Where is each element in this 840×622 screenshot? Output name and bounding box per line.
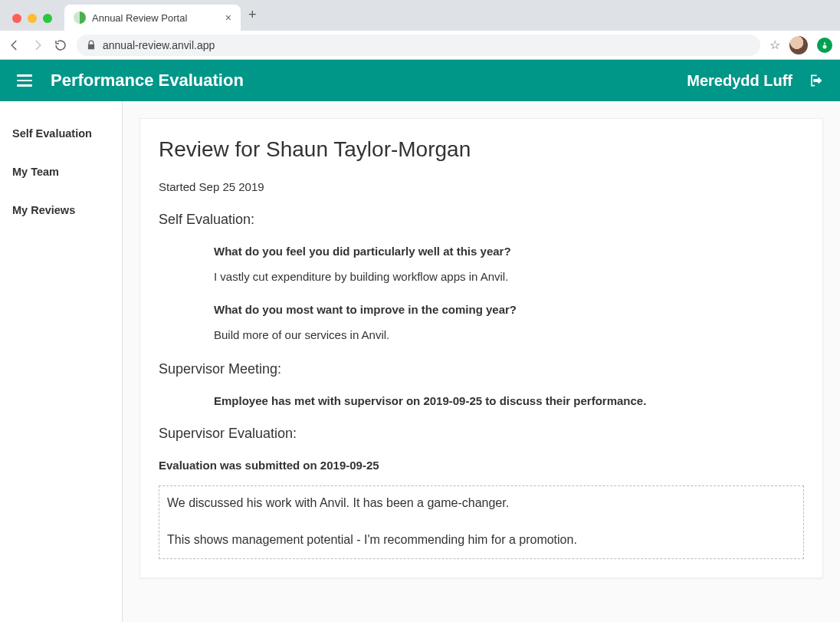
window-controls — [8, 14, 57, 31]
answer-1: I vastly cut expenditure by building wor… — [214, 270, 804, 283]
app-title: Performance Evaluation — [51, 71, 687, 91]
question-2: What do you most want to improve in the … — [214, 303, 804, 316]
review-started: Started Sep 25 2019 — [159, 180, 804, 193]
question-1: What do you feel you did particularly we… — [214, 245, 804, 258]
review-card: Review for Shaun Taylor-Morgan Started S… — [139, 118, 823, 578]
answer-2: Build more of our services in Anvil. — [214, 328, 804, 341]
new-tab-button[interactable]: + — [248, 7, 257, 31]
supervisor-meeting-heading: Supervisor Meeting: — [159, 361, 804, 377]
tab-favicon — [74, 12, 86, 24]
qa-block: What do you most want to improve in the … — [159, 303, 804, 341]
evaluation-paragraph-2: This shows management potential - I'm re… — [167, 531, 796, 549]
evaluation-paragraph-1: We discussed his work with Anvil. It has… — [167, 494, 796, 512]
app-body: Self Evaluation My Team My Reviews Revie… — [0, 101, 840, 622]
sidebar: Self Evaluation My Team My Reviews — [0, 101, 123, 622]
browser-tab[interactable]: Annual Review Portal × — [64, 5, 241, 31]
sidebar-item-my-team[interactable]: My Team — [0, 158, 122, 196]
reload-button[interactable] — [54, 38, 67, 52]
evaluation-submitted-line: Evaluation was submitted on 2019-09-25 — [159, 459, 804, 472]
extension-badge[interactable] — [817, 38, 832, 53]
window-maximize-dot[interactable] — [43, 14, 52, 23]
tab-strip: Annual Review Portal × + — [0, 0, 840, 31]
supervisor-evaluation-textarea[interactable]: We discussed his work with Anvil. It has… — [159, 485, 804, 559]
tab-close-icon[interactable]: × — [225, 12, 231, 24]
window-minimize-dot[interactable] — [28, 14, 37, 23]
supervisor-evaluation-heading: Supervisor Evaluation: — [159, 426, 804, 442]
sidebar-item-my-reviews[interactable]: My Reviews — [0, 196, 122, 235]
window-close-dot[interactable] — [12, 14, 21, 23]
review-title: Review for Shaun Taylor-Morgan — [159, 137, 804, 162]
forward-button[interactable] — [31, 38, 44, 52]
url-text: annual-review.anvil.app — [103, 39, 215, 51]
self-evaluation-heading: Self Evaluation: — [159, 212, 804, 228]
lock-icon — [86, 40, 97, 51]
hamburger-menu-icon[interactable] — [17, 74, 32, 87]
toolbar: annual-review.anvil.app ☆ — [0, 31, 840, 60]
content-area: Review for Shaun Taylor-Morgan Started S… — [123, 101, 840, 622]
current-user-name: Meredydd Luff — [687, 72, 792, 90]
bookmark-star-icon[interactable]: ☆ — [769, 38, 780, 52]
tab-title: Annual Review Portal — [92, 12, 219, 24]
address-bar[interactable]: annual-review.anvil.app — [77, 35, 760, 56]
back-button[interactable] — [8, 38, 21, 52]
qa-block: What do you feel you did particularly we… — [159, 245, 804, 283]
logout-icon[interactable] — [808, 73, 823, 88]
supervisor-meeting-line: Employee has met with supervisor on 2019… — [159, 394, 804, 407]
app-header: Performance Evaluation Meredydd Luff — [0, 60, 840, 101]
profile-avatar[interactable] — [789, 36, 808, 54]
browser-chrome: Annual Review Portal × + annual-review.a… — [0, 0, 840, 60]
sidebar-item-self-evaluation[interactable]: Self Evaluation — [0, 120, 122, 158]
